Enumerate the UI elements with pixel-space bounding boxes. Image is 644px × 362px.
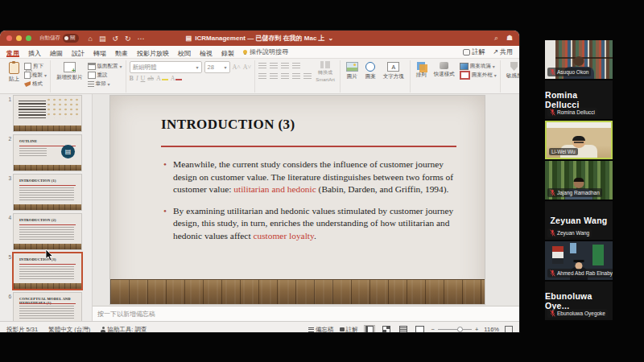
strikethrough-button[interactable]: ab (147, 75, 154, 82)
numbering-icon[interactable] (270, 63, 278, 69)
slideshow-view-button[interactable] (415, 325, 426, 333)
participant-tile-zeyuan-wang[interactable]: Zeyuan WangZeyuan Wang (545, 201, 613, 240)
save-icon[interactable]: ▤ (99, 35, 106, 43)
paragraph-group: 轉換成 SmartArt (255, 60, 341, 93)
search-icon[interactable]: ⌕ (494, 34, 498, 43)
participant-tile-li-wei-wu[interactable]: Li-Wei Wu (545, 121, 613, 159)
participant-tile-jajang-ramadhan[interactable]: Jajang Ramadhan (545, 161, 613, 200)
zoom-out-button[interactable]: − (431, 326, 435, 332)
comments-button[interactable]: 註解 (463, 47, 485, 56)
muted-mic-icon (550, 269, 555, 277)
slide-number: 2 (0, 135, 14, 171)
participant-tile-asuquo-okon[interactable]: Asuquo Okon (545, 40, 613, 79)
slide-thumbnail-2[interactable]: OUTLINE▤ (14, 135, 81, 171)
slide-thumbnail-6[interactable]: CONCEPTUAL MODEL AND HYPOTHESES (1) (14, 293, 81, 321)
more-icon[interactable]: ⋯ (138, 35, 145, 43)
sensitivity-button[interactable]: 敏感度 (504, 61, 519, 79)
tell-me-search[interactable]: 操作說明搜尋 (243, 47, 288, 56)
tab-檢視[interactable]: 檢視 (200, 50, 213, 57)
reset-button[interactable]: 重設 (88, 71, 122, 80)
columns-icon[interactable] (303, 73, 312, 80)
picture-button[interactable]: 圖片 (344, 61, 361, 80)
zoom-slider-knob[interactable] (457, 327, 463, 332)
redo-icon[interactable]: ↻ (125, 35, 131, 43)
tab-設計[interactable]: 設計 (72, 50, 85, 57)
slide-thumbnail-3[interactable]: INTRODUCTION (1) (14, 175, 81, 210)
zoom-window-button[interactable] (26, 35, 31, 41)
close-window-button[interactable] (6, 35, 12, 41)
justify-icon[interactable] (292, 73, 300, 80)
font-name-select[interactable]: 新細明體 ▾ (130, 61, 202, 73)
copy-button[interactable]: 複製▾ (24, 71, 47, 80)
font-size-select[interactable]: 28 ▾ (204, 61, 230, 73)
paste-button[interactable]: 貼上 (6, 61, 22, 82)
italic-button[interactable]: I (136, 75, 138, 82)
fill-icon (460, 63, 469, 70)
slide-body-text[interactable]: Meanwhile, the current study considers t… (173, 158, 462, 252)
slide-thumbnail-1[interactable] (14, 96, 81, 131)
notes-pane[interactable]: 按一下以新增備忘稿 (93, 306, 519, 321)
muted-mic-icon (550, 68, 555, 76)
muted-mic-icon (550, 310, 555, 317)
slide-title[interactable]: INTRODUCTION (3) (161, 117, 295, 133)
quick-styles-button[interactable]: 快速樣式 (431, 61, 457, 77)
layout-button[interactable]: 版面配置▾ (88, 62, 122, 71)
tab-轉場[interactable]: 轉場 (93, 50, 106, 57)
textbox-button[interactable]: 文字方塊 (381, 61, 407, 80)
convert-smartart-button[interactable]: 轉換成 SmartArt (314, 61, 336, 82)
increase-font-icon[interactable]: A˄ (233, 64, 241, 71)
undo-icon[interactable]: ↺ (112, 35, 118, 43)
tab-投影片放映[interactable]: 投影片放映 (137, 50, 169, 57)
bold-button[interactable]: B (130, 75, 134, 82)
accessibility-status[interactable]: 協助工具: 調查 (101, 326, 147, 333)
clipboard-group: 貼上 剪下 複製▾ 格式 (3, 60, 51, 93)
indent-icon[interactable] (281, 63, 289, 69)
participant-tile-ebunoluwa-oyegoke[interactable]: Ebunoluwa Oye...Ebunoluwa Oyegoke (545, 282, 613, 320)
new-slide-button[interactable]: 新增投影片 (54, 61, 85, 80)
participant-tile-ahmed-abd-rab-elnaby[interactable]: Ahmed Abd Rab Elnaby (545, 241, 613, 280)
bullets-icon[interactable] (258, 63, 266, 69)
tab-動畫[interactable]: 動畫 (115, 50, 128, 57)
shapes-button[interactable]: 圖案 (363, 61, 378, 80)
align-right-icon[interactable] (281, 73, 289, 80)
tab-插入[interactable]: 插入 (28, 50, 41, 57)
zoom-in-button[interactable]: + (475, 326, 478, 332)
minimize-window-button[interactable] (16, 35, 22, 41)
presence-icon[interactable]: ☗ (506, 34, 513, 43)
line-spacing-icon[interactable] (292, 63, 300, 69)
tab-校閱[interactable]: 校閱 (178, 50, 191, 57)
slide-thumbnail-4[interactable]: INTRODUCTION (2) (14, 214, 81, 249)
share-button[interactable]: ↗ 共用 (493, 47, 513, 56)
autosave-toggle[interactable]: 自動儲存 關 (39, 34, 79, 43)
participant-tile-romina-dellucci[interactable]: Romina DellucciRomina Dellucci (545, 80, 613, 119)
tab-繪圖[interactable]: 繪圖 (50, 50, 63, 57)
section-button[interactable]: 章節▾ (88, 80, 122, 88)
fit-to-window-button[interactable] (505, 326, 513, 333)
decrease-font-icon[interactable]: A˅ (243, 64, 251, 71)
language-status[interactable]: 繁體中文 (台灣) (48, 326, 90, 333)
reading-view-button[interactable] (398, 325, 409, 333)
slide-counter[interactable]: 投影片 5/31 (6, 326, 38, 333)
comments-toggle-button[interactable]: 註解 (340, 326, 358, 333)
shape-fill-button[interactable]: 圖案填滿▾ (460, 62, 497, 71)
normal-view-button[interactable] (364, 325, 375, 333)
shield-icon (510, 62, 518, 71)
align-left-icon[interactable] (258, 73, 266, 80)
tab-常用[interactable]: 常用 (6, 50, 19, 57)
slide-sorter-view-button[interactable] (381, 325, 392, 333)
document-title[interactable]: ▤ ICRManagement — 已儲存到 在我的 Mac 上 ⌄ (186, 31, 334, 46)
format-painter-button[interactable]: 格式 (24, 80, 47, 88)
notes-toggle-button[interactable]: 備忘稿 (308, 326, 334, 333)
highlight-color-button[interactable]: A (156, 75, 168, 82)
tab-錄製[interactable]: 錄製 (221, 50, 234, 57)
font-color-button[interactable]: A (171, 75, 183, 82)
shape-outline-button[interactable]: 圖案外框▾ (460, 71, 497, 80)
underline-button[interactable]: U (141, 75, 146, 82)
slide-canvas[interactable]: INTRODUCTION (3) Meanwhile, the current … (110, 96, 485, 304)
align-center-icon[interactable] (270, 73, 278, 80)
zoom-level[interactable]: 116% (484, 326, 499, 332)
home-icon[interactable]: ⌂ (89, 35, 93, 43)
cut-button[interactable]: 剪下 (24, 62, 47, 71)
zoom-slider[interactable] (438, 329, 472, 330)
arrange-button[interactable]: 排列 (414, 61, 429, 78)
